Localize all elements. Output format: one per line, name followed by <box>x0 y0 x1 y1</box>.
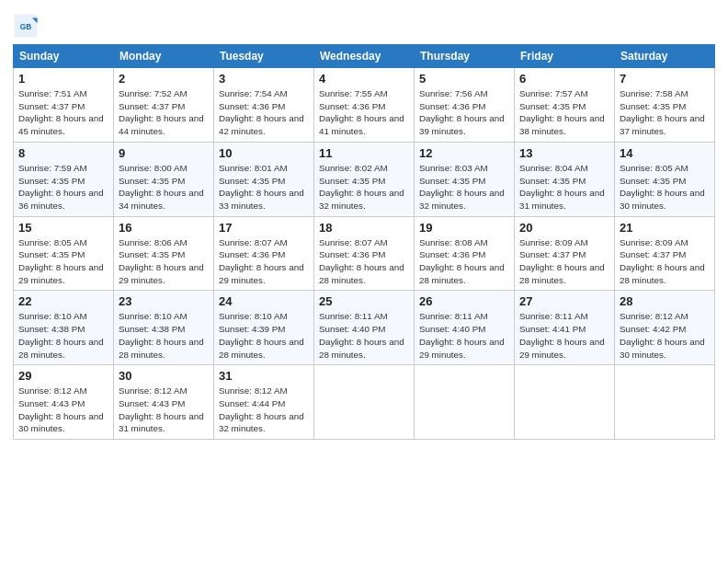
day-number: 5 <box>419 72 509 86</box>
day-number: 9 <box>119 146 209 160</box>
day-info: Sunrise: 8:05 AMSunset: 4:35 PMDaylight:… <box>18 237 104 285</box>
day-number: 16 <box>119 221 209 235</box>
day-info: Sunrise: 7:55 AMSunset: 4:36 PMDaylight:… <box>319 88 404 136</box>
calendar-cell: 3 Sunrise: 7:54 AMSunset: 4:36 PMDayligh… <box>214 68 314 143</box>
calendar-cell: 24 Sunrise: 8:10 AMSunset: 4:39 PMDaylig… <box>214 291 314 365</box>
calendar-cell: 30 Sunrise: 8:12 AMSunset: 4:43 PMDaylig… <box>114 365 214 440</box>
day-info: Sunrise: 8:12 AMSunset: 4:43 PMDaylight:… <box>119 385 204 433</box>
day-info: Sunrise: 8:06 AMSunset: 4:35 PMDaylight:… <box>119 237 204 285</box>
calendar-cell: 18 Sunrise: 8:07 AMSunset: 4:36 PMDaylig… <box>314 216 415 291</box>
calendar-cell: 5 Sunrise: 7:56 AMSunset: 4:36 PMDayligh… <box>415 68 515 143</box>
day-number: 30 <box>119 369 209 383</box>
day-number: 14 <box>620 146 710 160</box>
calendar-cell: 10 Sunrise: 8:01 AMSunset: 4:35 PMDaylig… <box>214 142 314 216</box>
day-info: Sunrise: 8:07 AMSunset: 4:36 PMDaylight:… <box>219 237 304 285</box>
day-number: 2 <box>119 72 209 86</box>
day-number: 15 <box>18 221 108 235</box>
day-info: Sunrise: 8:05 AMSunset: 4:35 PMDaylight:… <box>620 163 705 211</box>
day-info: Sunrise: 7:52 AMSunset: 4:37 PMDaylight:… <box>119 88 204 136</box>
day-info: Sunrise: 7:51 AMSunset: 4:37 PMDaylight:… <box>18 88 104 136</box>
day-number: 1 <box>18 72 108 86</box>
header: GB <box>13 9 715 39</box>
weekday-header-tuesday: Tuesday <box>214 45 314 68</box>
weekday-header-friday: Friday <box>515 45 615 68</box>
day-number: 22 <box>18 294 108 308</box>
day-info: Sunrise: 8:12 AMSunset: 4:43 PMDaylight:… <box>18 385 104 433</box>
weekday-header-row: SundayMondayTuesdayWednesdayThursdayFrid… <box>14 45 715 68</box>
calendar-cell: 13 Sunrise: 8:04 AMSunset: 4:35 PMDaylig… <box>515 142 615 216</box>
weekday-header-saturday: Saturday <box>615 45 715 68</box>
calendar-cell: 14 Sunrise: 8:05 AMSunset: 4:35 PMDaylig… <box>615 142 715 216</box>
calendar-cell: 4 Sunrise: 7:55 AMSunset: 4:36 PMDayligh… <box>314 68 415 143</box>
calendar-cell: 27 Sunrise: 8:11 AMSunset: 4:41 PMDaylig… <box>515 291 615 365</box>
day-number: 24 <box>219 294 309 308</box>
logo-icon: GB <box>13 13 39 39</box>
day-info: Sunrise: 8:00 AMSunset: 4:35 PMDaylight:… <box>119 163 204 211</box>
calendar-cell: 29 Sunrise: 8:12 AMSunset: 4:43 PMDaylig… <box>14 365 114 440</box>
calendar-cell: 20 Sunrise: 8:09 AMSunset: 4:37 PMDaylig… <box>515 216 615 291</box>
calendar-cell: 8 Sunrise: 7:59 AMSunset: 4:35 PMDayligh… <box>14 142 114 216</box>
day-number: 13 <box>519 146 609 160</box>
weekday-header-sunday: Sunday <box>14 45 114 68</box>
calendar-cell: 9 Sunrise: 8:00 AMSunset: 4:35 PMDayligh… <box>114 142 214 216</box>
weekday-header-thursday: Thursday <box>415 45 515 68</box>
day-info: Sunrise: 7:58 AMSunset: 4:35 PMDaylight:… <box>620 88 705 136</box>
calendar-cell: 15 Sunrise: 8:05 AMSunset: 4:35 PMDaylig… <box>14 216 114 291</box>
svg-text:GB: GB <box>20 22 32 31</box>
calendar-cell: 22 Sunrise: 8:10 AMSunset: 4:38 PMDaylig… <box>14 291 114 365</box>
day-number: 29 <box>18 369 108 383</box>
day-number: 17 <box>219 221 309 235</box>
day-info: Sunrise: 8:10 AMSunset: 4:38 PMDaylight:… <box>119 311 204 359</box>
day-number: 7 <box>620 72 710 86</box>
day-number: 10 <box>219 146 309 160</box>
calendar-cell <box>615 365 715 440</box>
calendar-cell: 31 Sunrise: 8:12 AMSunset: 4:44 PMDaylig… <box>214 365 314 440</box>
weekday-header-wednesday: Wednesday <box>314 45 415 68</box>
calendar-table: SundayMondayTuesdayWednesdayThursdayFrid… <box>13 44 715 440</box>
day-info: Sunrise: 7:59 AMSunset: 4:35 PMDaylight:… <box>18 163 104 211</box>
page-container: GB SundayMondayTuesdayWednesdayThursdayF… <box>0 0 728 449</box>
day-info: Sunrise: 8:04 AMSunset: 4:35 PMDaylight:… <box>519 163 605 211</box>
calendar-cell: 1 Sunrise: 7:51 AMSunset: 4:37 PMDayligh… <box>14 68 114 143</box>
day-info: Sunrise: 8:11 AMSunset: 4:40 PMDaylight:… <box>419 311 505 359</box>
day-info: Sunrise: 7:54 AMSunset: 4:36 PMDaylight:… <box>219 88 304 136</box>
day-number: 23 <box>119 294 209 308</box>
calendar-cell <box>515 365 615 440</box>
calendar-cell: 25 Sunrise: 8:11 AMSunset: 4:40 PMDaylig… <box>314 291 415 365</box>
day-number: 11 <box>319 146 409 160</box>
calendar-cell: 11 Sunrise: 8:02 AMSunset: 4:35 PMDaylig… <box>314 142 415 216</box>
calendar-cell: 2 Sunrise: 7:52 AMSunset: 4:37 PMDayligh… <box>114 68 214 143</box>
day-info: Sunrise: 8:10 AMSunset: 4:39 PMDaylight:… <box>219 311 304 359</box>
day-number: 4 <box>319 72 409 86</box>
calendar-cell: 21 Sunrise: 8:09 AMSunset: 4:37 PMDaylig… <box>615 216 715 291</box>
day-info: Sunrise: 8:01 AMSunset: 4:35 PMDaylight:… <box>219 163 304 211</box>
calendar-cell <box>314 365 415 440</box>
day-number: 3 <box>219 72 309 86</box>
day-info: Sunrise: 8:09 AMSunset: 4:37 PMDaylight:… <box>519 237 605 285</box>
calendar-cell: 23 Sunrise: 8:10 AMSunset: 4:38 PMDaylig… <box>114 291 214 365</box>
calendar-cell: 28 Sunrise: 8:12 AMSunset: 4:42 PMDaylig… <box>615 291 715 365</box>
calendar-cell: 12 Sunrise: 8:03 AMSunset: 4:35 PMDaylig… <box>415 142 515 216</box>
day-info: Sunrise: 8:11 AMSunset: 4:40 PMDaylight:… <box>319 311 404 359</box>
day-number: 26 <box>419 294 509 308</box>
calendar-cell: 17 Sunrise: 8:07 AMSunset: 4:36 PMDaylig… <box>214 216 314 291</box>
calendar-cell <box>415 365 515 440</box>
weekday-header-monday: Monday <box>114 45 214 68</box>
day-info: Sunrise: 7:56 AMSunset: 4:36 PMDaylight:… <box>419 88 505 136</box>
day-number: 18 <box>319 221 409 235</box>
calendar-cell: 6 Sunrise: 7:57 AMSunset: 4:35 PMDayligh… <box>515 68 615 143</box>
calendar-cell: 26 Sunrise: 8:11 AMSunset: 4:40 PMDaylig… <box>415 291 515 365</box>
day-info: Sunrise: 8:07 AMSunset: 4:36 PMDaylight:… <box>319 237 404 285</box>
day-info: Sunrise: 8:12 AMSunset: 4:42 PMDaylight:… <box>620 311 705 359</box>
day-number: 19 <box>419 221 509 235</box>
day-info: Sunrise: 8:11 AMSunset: 4:41 PMDaylight:… <box>519 311 605 359</box>
day-number: 28 <box>620 294 710 308</box>
calendar-cell: 7 Sunrise: 7:58 AMSunset: 4:35 PMDayligh… <box>615 68 715 143</box>
day-info: Sunrise: 8:12 AMSunset: 4:44 PMDaylight:… <box>219 385 304 433</box>
calendar-cell: 19 Sunrise: 8:08 AMSunset: 4:36 PMDaylig… <box>415 216 515 291</box>
day-info: Sunrise: 8:02 AMSunset: 4:35 PMDaylight:… <box>319 163 404 211</box>
calendar-cell: 16 Sunrise: 8:06 AMSunset: 4:35 PMDaylig… <box>114 216 214 291</box>
day-number: 12 <box>419 146 509 160</box>
day-info: Sunrise: 8:10 AMSunset: 4:38 PMDaylight:… <box>18 311 104 359</box>
day-number: 20 <box>519 221 609 235</box>
